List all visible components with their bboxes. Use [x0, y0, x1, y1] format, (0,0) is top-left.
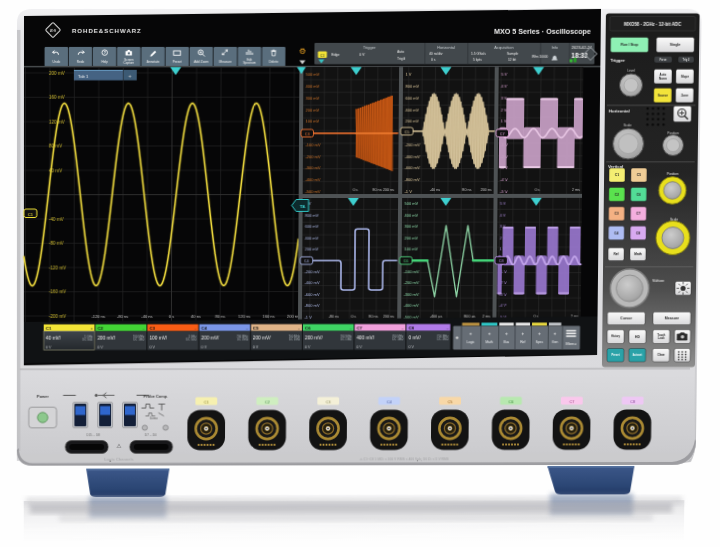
- svg-text:4 V: 4 V: [501, 84, 507, 89]
- svg-text:ROHDE&SCHWARZ: ROHDE&SCHWARZ: [72, 27, 142, 34]
- svg-text:300 mV: 300 mV: [404, 224, 418, 229]
- svg-text:Gen: Gen: [552, 341, 558, 345]
- svg-text:R·S: R·S: [50, 28, 57, 33]
- svg-text:200 mV: 200 mV: [405, 119, 419, 124]
- svg-text:C5: C5: [637, 173, 641, 177]
- svg-text:Menu: Menu: [566, 342, 577, 347]
- svg-text:-400 mV: -400 mV: [305, 177, 320, 182]
- svg-text:0 V: 0 V: [149, 345, 155, 349]
- svg-text:C8: C8: [630, 399, 636, 404]
- svg-text:Help: Help: [101, 60, 108, 64]
- svg-text:-80 mV: -80 mV: [49, 241, 65, 246]
- svg-text:Scale: Scale: [624, 124, 632, 128]
- svg-text:C1: C1: [320, 53, 324, 57]
- svg-text:0 s: 0 s: [351, 315, 356, 319]
- svg-text:600 mV: 600 mV: [305, 224, 319, 229]
- svg-text:-120 mV: -120 mV: [49, 265, 67, 270]
- svg-text:Capture: Capture: [123, 61, 134, 65]
- svg-text:500 mV: 500 mV: [405, 201, 419, 206]
- svg-text:-400 mV: -400 mV: [404, 303, 419, 308]
- svg-text:200 mV: 200 mV: [49, 70, 66, 75]
- svg-text:400 mV: 400 mV: [404, 213, 418, 218]
- svg-text:C1: C1: [28, 212, 34, 217]
- svg-text:0 V: 0 V: [253, 345, 259, 349]
- svg-text:3 V: 3 V: [501, 96, 507, 101]
- svg-text:⚙: ⚙: [299, 47, 306, 56]
- svg-text:0 V: 0 V: [46, 346, 52, 350]
- svg-text:-300 mV: -300 mV: [305, 166, 320, 171]
- svg-text:DC 1MΩ: DC 1MΩ: [289, 338, 301, 342]
- svg-text:C5: C5: [404, 129, 409, 134]
- svg-text:DC 1MΩ: DC 1MΩ: [133, 338, 145, 342]
- svg-text:C8: C8: [499, 259, 504, 264]
- svg-text:–: –: [143, 327, 145, 331]
- svg-text:-200 mV: -200 mV: [49, 314, 67, 319]
- svg-text:–: –: [194, 327, 196, 331]
- svg-text:C3: C3: [614, 212, 618, 216]
- svg-text:DC 1MΩ: DC 1MΩ: [437, 338, 449, 342]
- svg-text:TA: TA: [300, 204, 306, 209]
- svg-text:DC 50Ω: DC 50Ω: [186, 338, 197, 342]
- svg-text:Position: Position: [667, 173, 679, 177]
- svg-text:500 mV: 500 mV: [306, 72, 320, 77]
- svg-text:200 mV: 200 mV: [404, 235, 418, 240]
- svg-text:Slope: Slope: [681, 74, 689, 78]
- svg-text:C4: C4: [387, 399, 393, 404]
- svg-text:0 V: 0 V: [98, 346, 104, 350]
- svg-text:C7: C7: [569, 399, 575, 404]
- svg-text:-800 mV: -800 mV: [304, 303, 319, 308]
- svg-text:-600 mV: -600 mV: [305, 292, 320, 297]
- svg-text:Probe Comp.: Probe Comp.: [143, 394, 168, 399]
- svg-text:+: +: [538, 332, 541, 337]
- svg-text:0 s: 0 s: [431, 58, 436, 62]
- svg-text:2 ms: 2 ms: [572, 188, 580, 192]
- svg-text:200 mV/: 200 mV/: [305, 335, 323, 340]
- svg-text:Lock: Lock: [658, 336, 665, 340]
- svg-text:100 mV: 100 mV: [306, 119, 320, 124]
- svg-text:Spec: Spec: [535, 341, 543, 345]
- svg-text:200 ns: 200 ns: [287, 314, 299, 319]
- svg-text:Force: Force: [660, 57, 668, 61]
- svg-text:DC 1MΩ: DC 1MΩ: [237, 338, 249, 342]
- svg-text:+: +: [488, 332, 491, 337]
- svg-text:DC 1MΩ: DC 1MΩ: [341, 338, 353, 342]
- svg-text:C2: C2: [265, 399, 271, 404]
- svg-text:-4 V: -4 V: [500, 177, 508, 182]
- svg-text:–: –: [246, 327, 248, 331]
- svg-text:1 V: 1 V: [405, 72, 411, 77]
- svg-text:C1: C1: [204, 399, 210, 404]
- svg-text:Measure: Measure: [219, 60, 232, 64]
- svg-text:0 V: 0 V: [305, 345, 311, 349]
- svg-text:C1: C1: [615, 173, 619, 177]
- svg-text:-40 mV: -40 mV: [49, 217, 65, 222]
- svg-text:C8: C8: [636, 231, 640, 235]
- svg-text:-200 mV: -200 mV: [305, 269, 320, 274]
- svg-text:Spectrum: Spectrum: [243, 61, 256, 65]
- svg-text:Norm: Norm: [659, 76, 667, 80]
- svg-text:C6: C6: [636, 193, 640, 197]
- svg-text:2023-02-24: 2023-02-24: [571, 45, 592, 50]
- svg-text:-40 ns: -40 ns: [141, 314, 152, 319]
- svg-text:200 ns: 200 ns: [383, 315, 394, 319]
- svg-text:C7: C7: [357, 326, 363, 331]
- svg-text:+: +: [521, 332, 524, 337]
- svg-text:MXO58 · 2GHz · 12-bit ADC: MXO58 · 2GHz · 12-bit ADC: [624, 22, 682, 27]
- svg-text:100 mV: 100 mV: [404, 247, 418, 252]
- svg-text:-600 mV: -600 mV: [405, 166, 420, 171]
- svg-text:Run / Stop: Run / Stop: [621, 43, 638, 47]
- svg-text:300 mV: 300 mV: [306, 96, 320, 101]
- svg-text:200 mV/: 200 mV/: [253, 335, 271, 340]
- svg-text:C6: C6: [508, 399, 514, 404]
- svg-text:-100 mV: -100 mV: [404, 269, 419, 274]
- svg-text:Math: Math: [634, 252, 641, 256]
- svg-text:Trig'd: Trig'd: [397, 57, 405, 61]
- svg-text:Logic: Logic: [467, 341, 475, 345]
- svg-text:+: +: [505, 332, 508, 337]
- svg-text:1 V: 1 V: [501, 119, 507, 124]
- svg-text:–: –: [350, 327, 352, 331]
- svg-text:+: +: [554, 332, 557, 337]
- svg-text:2 V: 2 V: [501, 107, 507, 112]
- svg-text:C6: C6: [305, 326, 311, 331]
- svg-text:-80 ns: -80 ns: [117, 314, 128, 319]
- svg-text:C3: C3: [149, 326, 155, 331]
